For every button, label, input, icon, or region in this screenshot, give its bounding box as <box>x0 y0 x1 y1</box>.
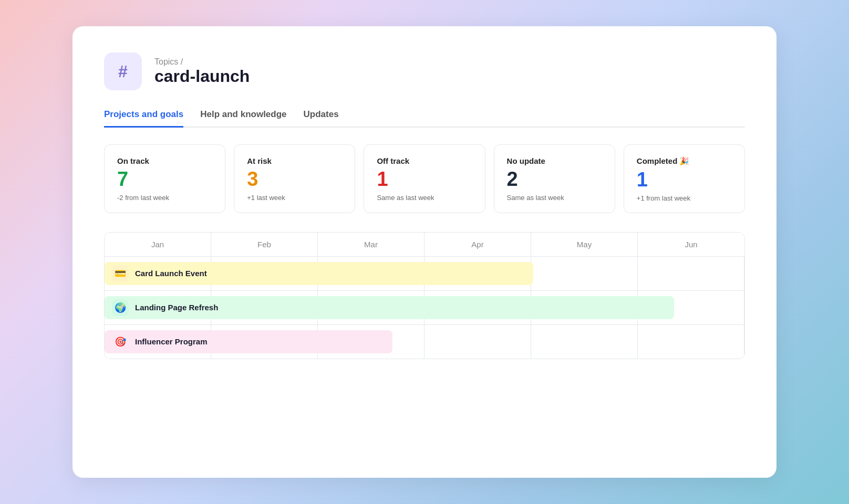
stat-on-track: On track 7 -2 from last week <box>104 144 225 213</box>
stat-at-risk-label: At risk <box>247 156 342 165</box>
gantt-bar-landing-page[interactable]: 🌍 Landing Page Refresh <box>105 296 674 319</box>
tab-projects-goals[interactable]: Projects and goals <box>104 109 183 128</box>
page-title: card-launch <box>154 67 250 86</box>
stat-no-update: No update 2 Same as last week <box>494 144 615 213</box>
stat-completed-number: 1 <box>637 169 732 191</box>
stat-no-update-sub: Same as last week <box>507 194 602 202</box>
stat-at-risk: At risk 3 +1 last week <box>234 144 355 213</box>
stat-at-risk-sub: +1 last week <box>247 194 342 202</box>
project-icon-influencer: 🎯 <box>112 333 129 350</box>
gantt-body: 💳 Card Launch Event 🌍 Landing Page Refre… <box>105 257 744 359</box>
tab-help-knowledge[interactable]: Help and knowledge <box>200 109 286 128</box>
topic-icon: # <box>104 52 142 90</box>
tab-updates[interactable]: Updates <box>304 109 339 128</box>
gantt-cell <box>424 325 531 359</box>
gantt-cell <box>531 257 638 290</box>
stat-off-track-sub: Same as last week <box>377 194 472 202</box>
gantt-month-jan: Jan <box>105 233 211 256</box>
gantt-header: Jan Feb Mar Apr May Jun <box>105 233 744 257</box>
breadcrumb: Topics / <box>154 57 250 67</box>
stat-no-update-number: 2 <box>507 169 602 191</box>
project-name-card-launch: Card Launch Event <box>135 269 207 278</box>
tab-bar: Projects and goals Help and knowledge Up… <box>104 109 745 128</box>
gantt-month-jun: Jun <box>638 233 744 256</box>
gantt-row-influencer[interactable]: 🎯 Influencer Program <box>105 325 744 359</box>
gantt-bar-card-launch[interactable]: 💳 Card Launch Event <box>105 262 533 285</box>
stat-off-track-label: Off track <box>377 156 472 165</box>
project-icon-landing-page: 🌍 <box>112 299 129 316</box>
stat-completed-label: Completed 🎉 <box>637 156 732 166</box>
header-text: Topics / card-launch <box>154 57 250 86</box>
stat-completed-sub: +1 from last week <box>637 194 732 202</box>
gantt-month-feb: Feb <box>211 233 318 256</box>
project-name-landing-page: Landing Page Refresh <box>135 303 218 312</box>
gantt-month-apr: Apr <box>424 233 531 256</box>
stat-on-track-number: 7 <box>117 169 212 191</box>
project-icon-card-launch: 💳 <box>112 265 129 282</box>
stat-completed: Completed 🎉 1 +1 from last week <box>624 144 745 213</box>
stats-row: On track 7 -2 from last week At risk 3 +… <box>104 144 745 213</box>
gantt-cell <box>638 257 744 290</box>
page-header: # Topics / card-launch <box>104 52 745 90</box>
gantt-row-card-launch[interactable]: 💳 Card Launch Event <box>105 257 744 291</box>
stat-no-update-label: No update <box>507 156 602 165</box>
stat-at-risk-number: 3 <box>247 169 342 191</box>
gantt-row-landing-page[interactable]: 🌍 Landing Page Refresh <box>105 291 744 325</box>
stat-on-track-label: On track <box>117 156 212 165</box>
gantt-cell <box>638 325 744 359</box>
gantt-chart: Jan Feb Mar Apr May Jun 💳 Card Launch Ev… <box>104 232 745 359</box>
gantt-month-mar: Mar <box>318 233 424 256</box>
gantt-month-may: May <box>531 233 638 256</box>
stat-off-track-number: 1 <box>377 169 472 191</box>
stat-off-track: Off track 1 Same as last week <box>364 144 485 213</box>
main-card: # Topics / card-launch Projects and goal… <box>73 26 776 478</box>
gantt-bar-influencer[interactable]: 🎯 Influencer Program <box>105 330 392 353</box>
gantt-cell <box>531 325 638 359</box>
stat-on-track-sub: -2 from last week <box>117 194 212 202</box>
project-name-influencer: Influencer Program <box>135 337 208 346</box>
